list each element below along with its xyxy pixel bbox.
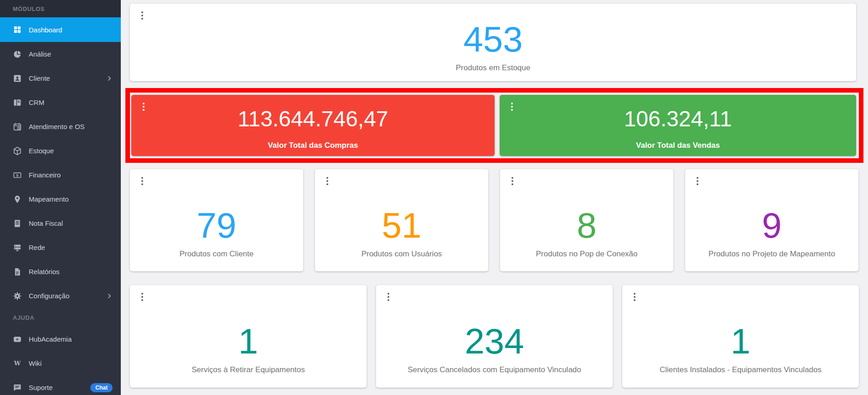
wiki-w-icon: W [13, 359, 22, 368]
sidebar-item-dashboard[interactable]: Dashboard [0, 17, 121, 42]
chat-badge[interactable]: Chat [90, 383, 113, 392]
sidebar-item-label: HubAcademia [29, 335, 72, 343]
sidebar-item-label: Relatórios [29, 268, 60, 275]
card-valor-total-vendas: 106.324,11 Valor Total das Vendas [500, 95, 856, 156]
section-title: MÓDULOS [13, 5, 45, 12]
card-produtos-pop-conexao: 8 Produtos no Pop de Conexão [500, 169, 673, 271]
sidebar-item-atendimento-os[interactable]: Atendimento e OS [0, 114, 121, 139]
report-file-icon [13, 267, 22, 276]
card-value: 1 [238, 323, 258, 359]
kebab-menu-icon[interactable] [137, 291, 148, 303]
sidebar-item-label: Estoque [29, 147, 54, 155]
sidebar-section-modulos: MÓDULOS [0, 0, 121, 17]
sidebar-item-suporte[interactable]: Suporte Chat [0, 375, 121, 395]
kebab-menu-icon[interactable] [629, 291, 640, 303]
package-box-icon [13, 146, 22, 156]
section-title: AJUDA [13, 314, 34, 321]
kebab-menu-icon[interactable] [383, 291, 394, 303]
chevron-right-icon [106, 75, 113, 82]
sidebar-item-analise[interactable]: Análise [0, 42, 121, 66]
sidebar-item-financeiro[interactable]: $ Financeiro [0, 163, 121, 187]
card-servicos-cancelados-vinculado: 234 Serviços Cancelados com Equipamento … [376, 285, 613, 388]
card-value: 79 [197, 208, 237, 243]
sidebar-item-label: Nota Fiscal [29, 219, 63, 227]
gear-icon [13, 291, 22, 301]
video-play-icon [13, 335, 22, 344]
svg-text:W: W [14, 360, 21, 367]
sidebar-item-rede[interactable]: Rede [0, 235, 121, 260]
sidebar-item-crm[interactable]: CRM [0, 90, 121, 114]
card-produtos-em-estoque: 453 Produtos em Estoque [130, 4, 856, 81]
sidebar-item-label: Análise [29, 50, 51, 58]
kebab-menu-icon[interactable] [506, 100, 517, 113]
card-produtos-com-cliente: 79 Produtos com Cliente [130, 169, 303, 271]
kebab-menu-icon[interactable] [138, 100, 149, 113]
card-label: Produtos com Cliente [180, 249, 254, 259]
card-value: 113.644.746,47 [238, 108, 388, 130]
card-servicos-retirar-equipamentos: 1 Serviços à Retirar Equipamentos [130, 285, 367, 388]
sidebar-section-ajuda: AJUDA [0, 308, 121, 327]
card-value: 51 [382, 208, 422, 243]
sidebar-item-label: Wiki [29, 359, 41, 367]
sidebar-item-relatorios[interactable]: Relatórios [0, 260, 121, 284]
chat-bubble-icon [13, 383, 22, 392]
chevron-right-icon [106, 293, 113, 299]
card-label: Clientes Instalados - Equipamentos Vincu… [660, 365, 822, 374]
sidebar-item-mapeamento[interactable]: Mapeamento [0, 187, 121, 211]
card-value: 106.324,11 [624, 108, 732, 130]
card-label: Serviços Cancelados com Equipamento Vinc… [408, 365, 581, 374]
card-label: Valor Total das Vendas [636, 141, 720, 150]
card-produtos-projeto-mapeamento: 9 Produtos no Projeto de Mapeamento [685, 169, 858, 271]
sidebar-item-label: Cliente [29, 74, 50, 82]
card-label: Produtos com Usuários [362, 249, 442, 259]
crm-board-icon [13, 98, 22, 107]
card-valor-total-compras: 113.644.746,47 Valor Total das Compras [131, 95, 495, 156]
card-label: Produtos em Estoque [456, 63, 530, 73]
sidebar-item-cliente[interactable]: Cliente [0, 66, 121, 90]
sidebar-item-label: Rede [29, 244, 45, 251]
sidebar-item-label: Dashboard [29, 26, 62, 34]
card-value: 1 [731, 323, 750, 359]
card-label: Produtos no Pop de Conexão [536, 249, 637, 259]
app-root: MÓDULOS Dashboard Análise [0, 0, 868, 395]
dashboard-icon [13, 25, 22, 34]
card-value: 453 [463, 21, 522, 57]
card-value: 9 [762, 208, 781, 243]
sidebar-item-label: CRM [29, 99, 44, 106]
kebab-menu-icon[interactable] [322, 175, 333, 187]
sidebar-item-configuracao[interactable]: Configuração [0, 284, 121, 308]
sidebar-item-label: Mapeamento [29, 195, 69, 203]
kebab-menu-icon[interactable] [137, 175, 148, 187]
card-clientes-instalados-vinculados: 1 Clientes Instalados - Equipamentos Vin… [622, 285, 859, 388]
card-value: 8 [577, 208, 596, 243]
card-label: Serviços à Retirar Equipamentos [191, 365, 305, 374]
sidebar-item-label: Configuração [29, 292, 69, 300]
kebab-menu-icon[interactable] [137, 9, 148, 22]
sidebar: MÓDULOS Dashboard Análise [0, 0, 121, 395]
kebab-menu-icon[interactable] [692, 175, 703, 187]
sidebar-item-wiki[interactable]: W Wiki [0, 351, 121, 375]
card-label: Produtos no Projeto de Mapeamento [708, 249, 835, 259]
kebab-menu-icon[interactable] [507, 175, 518, 187]
sidebar-item-label: Suporte [29, 384, 53, 391]
card-label: Valor Total das Compras [268, 141, 358, 150]
money-note-icon: $ [13, 171, 22, 180]
card-value: 234 [465, 323, 524, 359]
card-produtos-com-usuarios: 51 Produtos com Usuários [315, 169, 488, 271]
network-server-icon [13, 243, 22, 252]
sidebar-item-label: Atendimento e OS [29, 123, 85, 130]
client-portrait-icon [13, 74, 22, 83]
calendar-clock-icon [13, 122, 22, 131]
svg-text:$: $ [16, 173, 19, 177]
pie-chart-icon [13, 50, 22, 59]
sidebar-item-nota-fiscal[interactable]: Nota Fiscal [0, 211, 121, 235]
sidebar-item-hubacademia[interactable]: HubAcademia [0, 327, 121, 351]
invoice-icon [13, 219, 22, 228]
sidebar-item-estoque[interactable]: Estoque [0, 139, 121, 163]
map-pin-icon [13, 195, 22, 204]
sidebar-item-label: Financeiro [29, 171, 61, 179]
